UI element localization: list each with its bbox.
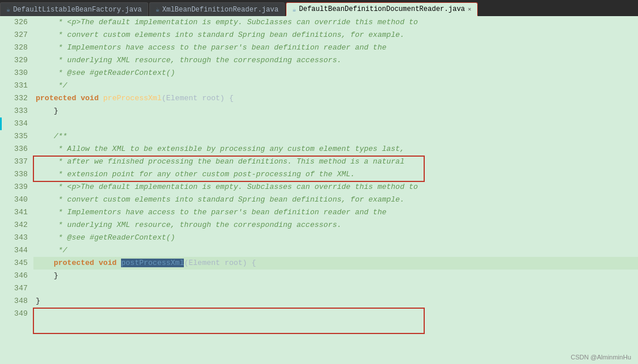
line-content-328: * Implementors have access to the parser… [33, 41, 638, 54]
line-content-340: * convert custom elements into standard … [33, 194, 638, 206]
code-line-329: 329 * underlying XML resource, through t… [0, 54, 638, 67]
line-content-345: protected void postProcessXml(Element ro… [33, 257, 638, 270]
line-content-342: * underlying XML resource, through the c… [33, 219, 638, 232]
code-line-339: 339 * <p>The default implementation is e… [0, 181, 638, 194]
line-content-331: */ [33, 79, 638, 92]
line-num-329: 329 [0, 54, 33, 67]
line-content-330: * @see #getReaderContext() [33, 67, 638, 79]
tab-label-1: DefaultListableBeanFactory.java [13, 6, 142, 14]
code-line-338: 338 * extension point for any other cust… [0, 168, 638, 181]
line-content-329: * underlying XML resource, through the c… [33, 54, 638, 67]
line-content-337: * after we finished processing the bean … [33, 156, 638, 168]
line-content-344: */ [33, 244, 638, 257]
line-content-343: * @see #getReaderContext() [33, 232, 638, 244]
line-num-335: 335 [0, 130, 33, 143]
line-content-336: * Allow the XML to be extensible by proc… [33, 143, 638, 156]
line-content-333: } [33, 105, 638, 117]
line-num-339: 339 [0, 181, 33, 194]
line-content-327: * convert custom elements into standard … [33, 29, 638, 41]
line-num-330: 330 [0, 67, 33, 79]
code-line-333: 333 } [0, 105, 638, 117]
tab-close-icon[interactable]: ✕ [468, 6, 471, 13]
code-line-348: 348 } [0, 295, 638, 308]
tab-bar: ☕ DefaultListableBeanFactory.java ☕ XmlB… [0, 0, 638, 16]
line-content-335: /** [33, 130, 638, 143]
line-num-343: 343 [0, 232, 33, 244]
java-icon-3: ☕ [292, 6, 296, 13]
line-num-327: 327 [0, 29, 33, 41]
watermark: CSDN @AlminminHu [571, 354, 631, 361]
line-num-349: 349 [0, 308, 33, 320]
code-line-337: 337 * after we finished processing the b… [0, 156, 638, 168]
line-content-349 [33, 308, 638, 320]
code-line-335: 335 /** [0, 130, 638, 143]
line-num-345: 345 [0, 257, 33, 270]
line-num-326: 326 [0, 16, 33, 29]
line-num-336: 336 [0, 143, 33, 156]
line-content-332: protected void preProcessXml(Element roo… [33, 92, 638, 105]
line-separator-334 [0, 117, 2, 130]
line-num-346: 346 [0, 270, 33, 282]
line-content-339: * <p>The default implementation is empty… [33, 181, 638, 194]
code-line-331: 331 */ [0, 79, 638, 92]
code-line-336: 336 * Allow the XML to be extensible by … [0, 143, 638, 156]
tab-xmlbean[interactable]: ☕ XmlBeanDefinitionReader.java [149, 2, 285, 16]
line-content-326: * <p>The default implementation is empty… [33, 16, 638, 29]
tab-label-3: DefaultBeanDefinitionDocumentReader.java [299, 5, 465, 13]
code-line-340: 340 * convert custom elements into stand… [0, 194, 638, 206]
code-area: 326 * <p>The default implementation is e… [0, 16, 638, 364]
code-line-345: 345 protected void postProcessXml(Elemen… [0, 257, 638, 270]
line-content-338: * extension point for any other custom p… [33, 168, 638, 181]
code-line-326: 326 * <p>The default implementation is e… [0, 16, 638, 29]
line-num-331: 331 [0, 79, 33, 92]
tab-defaultlistable[interactable]: ☕ DefaultListableBeanFactory.java [0, 2, 148, 16]
line-num-337: 337 [0, 156, 33, 168]
code-line-349: 349 [0, 308, 638, 320]
code-line-341: 341 * Implementors have access to the pa… [0, 206, 638, 219]
editor-container: ☕ DefaultListableBeanFactory.java ☕ XmlB… [0, 0, 638, 364]
line-content-346: } [33, 270, 638, 282]
line-content-334 [33, 117, 638, 130]
code-line-332: 332 protected void preProcessXml(Element… [0, 92, 638, 105]
code-line-334: 334 [0, 117, 638, 130]
line-content-348: } [33, 295, 638, 308]
code-line-327: 327 * convert custom elements into stand… [0, 29, 638, 41]
code-line-342: 342 * underlying XML resource, through t… [0, 219, 638, 232]
line-num-348: 348 [0, 295, 33, 308]
java-icon-1: ☕ [6, 6, 10, 13]
line-num-328: 328 [0, 41, 33, 54]
line-content-341: * Implementors have access to the parser… [33, 206, 638, 219]
line-num-338: 338 [0, 168, 33, 181]
code-line-343: 343 * @see #getReaderContext() [0, 232, 638, 244]
tab-label-2: XmlBeanDefinitionReader.java [163, 6, 279, 14]
code-line-330: 330 * @see #getReaderContext() [0, 67, 638, 79]
line-num-344: 344 [0, 244, 33, 257]
line-num-341: 341 [0, 206, 33, 219]
line-num-340: 340 [0, 194, 33, 206]
code-line-344: 344 */ [0, 244, 638, 257]
line-num-342: 342 [0, 219, 33, 232]
code-lines: 326 * <p>The default implementation is e… [0, 16, 638, 364]
line-num-333: 333 [0, 105, 33, 117]
tab-defaultbeandefinition[interactable]: ☕ DefaultBeanDefinitionDocumentReader.ja… [286, 2, 478, 16]
line-content-347 [33, 282, 638, 295]
line-num-332: 332 [0, 92, 33, 105]
code-line-328: 328 * Implementors have access to the pa… [0, 41, 638, 54]
java-icon-2: ☕ [156, 6, 160, 13]
line-num-347: 347 [0, 282, 33, 295]
code-line-346: 346 } [0, 270, 638, 282]
line-num-334: 334 [0, 117, 33, 130]
code-line-347: 347 [0, 282, 638, 295]
